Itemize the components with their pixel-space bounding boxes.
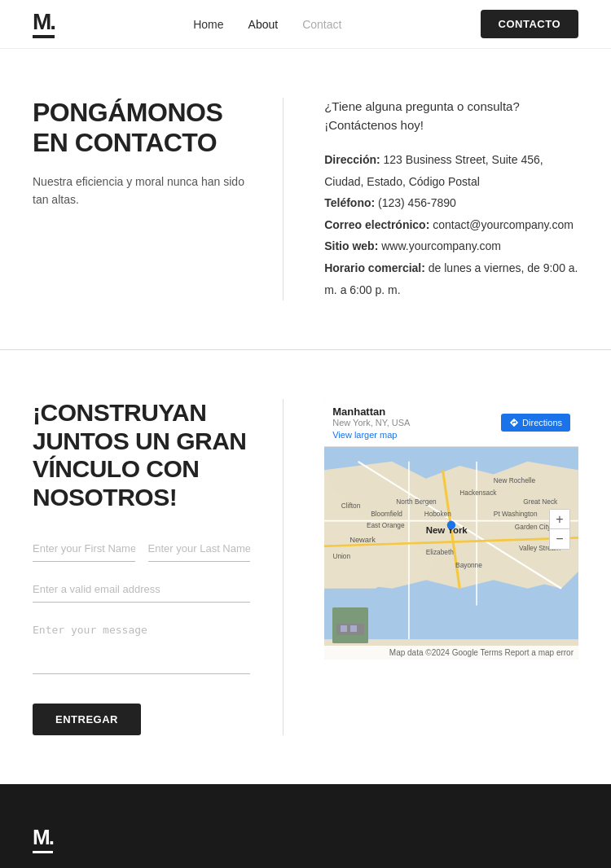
svg-rect-29 bbox=[350, 625, 357, 632]
svg-rect-28 bbox=[341, 625, 347, 632]
map-container: Manhattan New York, NY, USA View larger … bbox=[324, 399, 578, 660]
message-input[interactable] bbox=[33, 617, 250, 674]
svg-text:Bloomfield: Bloomfield bbox=[371, 511, 402, 519]
email-input[interactable] bbox=[33, 576, 250, 603]
last-name-input[interactable] bbox=[148, 536, 251, 562]
section1-left: PONGÁMONOS EN CONTACTO Nuestra eficienci… bbox=[33, 98, 284, 300]
svg-text:Hackensack: Hackensack bbox=[459, 489, 497, 498]
map-zoom-out[interactable]: − bbox=[550, 529, 569, 549]
map-header: Manhattan New York, NY, USA View larger … bbox=[324, 399, 578, 447]
map-data-text: Map data ©2024 Google Terms Report a map… bbox=[389, 648, 574, 657]
section1-heading: PONGÁMONOS EN CONTACTO bbox=[33, 98, 250, 158]
form-message-row bbox=[33, 617, 250, 674]
submit-button[interactable]: ENTREGAR bbox=[33, 704, 141, 735]
cta-form-section: ¡CONSTRUYAN JUNTOS UN GRAN VÍNCULO CON N… bbox=[0, 350, 611, 784]
svg-text:Union: Union bbox=[333, 553, 351, 561]
svg-text:Pt Washington: Pt Washington bbox=[494, 511, 538, 519]
map-zoom-in[interactable]: + bbox=[550, 510, 569, 529]
directions-icon bbox=[509, 418, 519, 427]
section2-heading: ¡CONSTRUYAN JUNTOS UN GRAN VÍNCULO CON N… bbox=[33, 399, 250, 511]
nav-link-contact[interactable]: Contact bbox=[302, 18, 341, 31]
map-footer: Map data ©2024 Google Terms Report a map… bbox=[324, 646, 578, 660]
svg-text:Hoboken: Hoboken bbox=[424, 511, 452, 519]
nav-link-home[interactable]: Home bbox=[193, 18, 223, 31]
form-name-row bbox=[33, 536, 250, 562]
svg-text:Elizabeth: Elizabeth bbox=[426, 548, 455, 556]
svg-text:North Bergen: North Bergen bbox=[397, 498, 437, 506]
svg-text:Bayonne: Bayonne bbox=[455, 561, 482, 569]
contacto-button[interactable]: CONTACTO bbox=[481, 10, 578, 38]
section2-right: Manhattan New York, NY, USA View larger … bbox=[284, 399, 578, 660]
svg-text:Newark: Newark bbox=[349, 536, 376, 544]
map-title: Manhattan bbox=[332, 406, 410, 418]
section1-subtext: Nuestra eficiencia y moral nunca han sid… bbox=[33, 173, 250, 209]
contact-hours: Horario comercial: de lunes a viernes, d… bbox=[324, 257, 578, 300]
map-subtitle: New York, NY, USA bbox=[332, 418, 410, 427]
svg-point-25 bbox=[447, 521, 455, 529]
contact-intro-text: ¿Tiene alguna pregunta o consulta? ¡Cont… bbox=[324, 98, 578, 134]
contact-phone: Teléfono: (123) 456-7890 bbox=[324, 192, 578, 214]
first-name-input[interactable] bbox=[33, 536, 135, 562]
section1-right: ¿Tiene alguna pregunta o consulta? ¡Cont… bbox=[284, 98, 578, 300]
svg-text:Garden City: Garden City bbox=[515, 523, 552, 531]
contact-web: Sitio web: www.yourcompany.com bbox=[324, 235, 578, 257]
svg-text:New York: New York bbox=[426, 525, 468, 535]
nav-link-about[interactable]: About bbox=[248, 18, 279, 31]
nav-links: Home About Contact bbox=[193, 18, 341, 31]
contact-intro-section: PONGÁMONOS EN CONTACTO Nuestra eficienci… bbox=[0, 49, 611, 350]
footer-logo: M. bbox=[33, 825, 578, 850]
svg-text:East Orange: East Orange bbox=[367, 521, 405, 529]
svg-text:New Rochelle: New Rochelle bbox=[494, 476, 536, 484]
view-larger-map-link[interactable]: View larger map bbox=[332, 430, 410, 440]
contact-email: Correo electrónico: contact@yourcompany.… bbox=[324, 214, 578, 236]
svg-text:Clifton: Clifton bbox=[341, 502, 361, 510]
logo: M. bbox=[33, 11, 55, 38]
footer: M. DIRECCIÓN 123 Business Street, Suite … bbox=[0, 784, 611, 868]
section2-left: ¡CONSTRUYAN JUNTOS UN GRAN VÍNCULO CON N… bbox=[33, 399, 284, 735]
svg-text:Great Neck: Great Neck bbox=[523, 498, 558, 506]
map-directions-button[interactable]: Directions bbox=[501, 414, 570, 432]
contact-info: Dirección: 123 Business Street, Suite 45… bbox=[324, 149, 578, 300]
navbar: M. Home About Contact CONTACTO bbox=[0, 0, 611, 49]
map-zoom-controls: + − bbox=[549, 509, 570, 550]
form-email-row bbox=[33, 576, 250, 603]
map-street-view-thumbnail[interactable] bbox=[332, 607, 368, 643]
contact-address: Dirección: 123 Business Street, Suite 45… bbox=[324, 149, 578, 192]
